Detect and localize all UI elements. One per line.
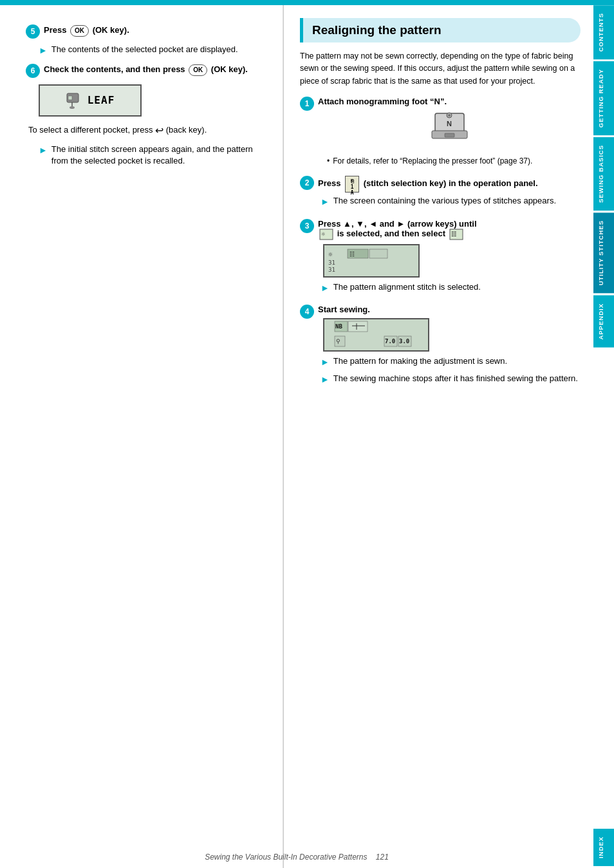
step-2-bullet-text: The screen containing the various types …	[333, 195, 556, 207]
tab-getting-ready[interactable]: GETTING READY	[593, 61, 614, 135]
step-5-circle: 5	[26, 24, 40, 39]
step-5-text: Press OK (OK key).	[44, 24, 129, 37]
svg-text:N: N	[447, 120, 452, 127]
back-note: To select a different pocket, press ↩ (b…	[28, 123, 263, 138]
footer-page: 121	[376, 853, 389, 862]
step-4-title: Start sewing.	[318, 305, 581, 314]
back-arrow-icon: ↩	[155, 125, 163, 136]
step-6-circle: 6	[26, 64, 40, 78]
left-content: 5 Press OK (OK key). ► The contents of t…	[0, 5, 283, 868]
right-step-2: 2 Press ⎘1A (stitch selection key) in th…	[300, 176, 581, 212]
step-4-content: Start sewing. NB ⚲	[318, 305, 581, 390]
step-3-bullet-text: The pattern alignment stitch is selected…	[333, 281, 481, 293]
bullet-arrow-5: ►	[321, 356, 330, 369]
step-1-note-text: For details, refer to “Replacing the pre…	[333, 156, 532, 167]
step-3-circle: 3	[300, 219, 314, 233]
step-3-title: Press ▲, ▼, ◄ and ► (arrow keys) until ☼…	[318, 219, 581, 240]
svg-text:⚲: ⚲	[336, 338, 340, 344]
foot-diagram-svg: N	[425, 110, 474, 152]
bullet-arrow-3: ►	[321, 196, 330, 209]
step-2-bullet: ► The screen containing the various type…	[321, 195, 581, 209]
step-3-bullet: ► The pattern alignment stitch is select…	[321, 281, 581, 295]
top-bar	[0, 0, 614, 5]
step-2-title: Press ⎘1A (stitch selection key) in the …	[318, 176, 581, 193]
sewing-icon	[66, 91, 85, 110]
step-4-bullet-1: ► The pattern for making the adjustment …	[321, 355, 581, 369]
step-5-suffix: (OK key).	[93, 25, 129, 35]
svg-text:NB: NB	[335, 323, 342, 330]
pattern-align-icon-1: ☼	[319, 229, 333, 240]
step-6-text: Check the contents, and then press OK (O…	[44, 64, 248, 76]
svg-rect-20	[369, 249, 387, 258]
tab-appendix[interactable]: APPENDIX	[593, 296, 614, 348]
sidebar-tabs: CONTENTS GETTING READY SEWING BASICS UTI…	[593, 5, 614, 868]
step-1-note: • For details, refer to “Replacing the p…	[327, 156, 581, 167]
step-5-bullet: ► The contents of the selected pocket ar…	[39, 44, 263, 57]
sewing-screen: NB ⚲ 7.0 3.0	[323, 318, 429, 352]
svg-rect-7	[445, 133, 454, 137]
step-6-ok-button: OK	[189, 64, 207, 76]
svg-rect-23	[348, 321, 367, 332]
step-4-bullet-2: ► The sewing machine stops after it has …	[321, 373, 581, 386]
svg-point-3	[70, 106, 75, 109]
stitch-key-icon: ⎘1A	[345, 176, 359, 193]
step-3-content: Press ▲, ▼, ◄ and ► (arrow keys) until ☼…	[318, 219, 581, 299]
step-5-bullet-text: The contents of the selected pocket are …	[51, 44, 238, 55]
right-content: Realigning the pattern The pattern may n…	[284, 5, 593, 868]
step-1-content: Attach monogramming foot “N”. N	[318, 97, 581, 169]
svg-text:☷: ☷	[349, 251, 355, 258]
pattern-screen-detail: ☷	[346, 248, 391, 274]
sewing-screen-left: NB ⚲	[334, 321, 369, 349]
step-2-circle: 2	[300, 176, 314, 190]
step-2-suffix: (stitch selection key) in the operation …	[364, 178, 538, 188]
svg-text:31: 31	[328, 259, 335, 266]
step-3-title2: is selected, and then select	[337, 229, 445, 238]
step-2-press: Press	[318, 178, 340, 188]
bullet-arrow-1: ►	[39, 44, 48, 57]
section-title: Realigning the pattern	[300, 18, 581, 42]
step-6-row: 6 Check the contents, and then press OK …	[26, 64, 263, 78]
svg-text:☼: ☼	[328, 250, 333, 259]
step-2-content: Press ⎘1A (stitch selection key) in the …	[318, 176, 581, 212]
screen-leaf-text: LEAF	[88, 94, 115, 106]
step-5-row: 5 Press OK (OK key).	[26, 24, 263, 39]
svg-text:3.0: 3.0	[399, 338, 409, 344]
step-4-bullet-2-text: The sewing machine stops after it has fi…	[333, 373, 578, 384]
step-6-bullet-text: The initial stitch screen appears again,…	[51, 144, 263, 167]
svg-text:☷: ☷	[451, 231, 456, 238]
step-4-circle: 4	[300, 305, 314, 319]
svg-text:7.0: 7.0	[385, 338, 395, 344]
svg-text:☼: ☼	[321, 231, 326, 238]
right-step-1: 1 Attach monogramming foot “N”. N	[300, 97, 581, 169]
step-5-ok-button: OK	[70, 25, 89, 37]
step-4-bullet-1-text: The pattern for making the adjustment is…	[333, 355, 507, 367]
page-footer: Sewing the Various Built-In Decorative P…	[0, 853, 593, 862]
svg-text:31: 31	[328, 267, 335, 273]
tab-contents[interactable]: CONTENTS	[593, 5, 614, 59]
step-3-title-text: Press ▲, ▼, ◄ and ► (arrow keys) until	[318, 219, 477, 229]
right-step-4: 4 Start sewing. NB ⚲	[300, 305, 581, 390]
pattern-screen: ☼ 31 31 ☷	[323, 244, 420, 278]
step-1-circle: 1	[300, 97, 314, 111]
pattern-align-icon-2: ☷	[449, 229, 463, 240]
note-bullet-1: •	[327, 156, 330, 167]
step-1-title: Attach monogramming foot “N”.	[318, 97, 581, 106]
bullet-arrow-2: ►	[39, 144, 48, 157]
sewing-screen-right: 7.0 3.0	[383, 321, 418, 349]
pattern-screen-icon: ☼ 31 31	[327, 248, 346, 274]
step-6-suffix: (OK key).	[211, 64, 248, 74]
footer-text: Sewing the Various Built-In Decorative P…	[205, 853, 367, 862]
foot-diagram-container: N	[318, 110, 581, 152]
intro-text: The pattern may not be sewn correctly, d…	[300, 50, 581, 88]
tab-utility-stitches[interactable]: UTILITY STITCHES	[593, 212, 614, 293]
right-step-3: 3 Press ▲, ▼, ◄ and ► (arrow keys) until…	[300, 219, 581, 299]
tab-index[interactable]: INDEX	[593, 829, 614, 866]
page-layout: 5 Press OK (OK key). ► The contents of t…	[0, 5, 614, 868]
step-6-main: Check the contents, and then press	[44, 64, 185, 74]
bullet-arrow-4: ►	[321, 282, 330, 295]
tab-sewing-basics[interactable]: SEWING BASICS	[593, 137, 614, 211]
step-5-press: Press	[44, 25, 66, 35]
step-6-bullet: ► The initial stitch screen appears agai…	[39, 144, 263, 167]
left-screen-display: LEAF	[39, 84, 142, 117]
bullet-arrow-6: ►	[321, 373, 330, 386]
